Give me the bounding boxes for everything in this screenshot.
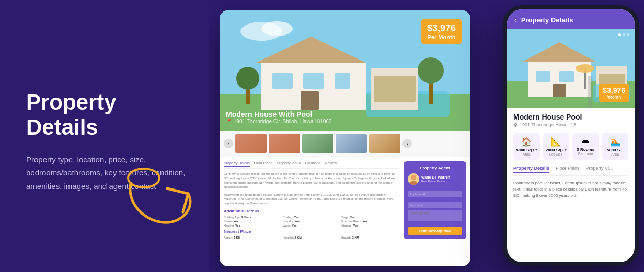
tab-property-details[interactable]: Property Details [224,161,250,167]
agent-avatar [408,173,419,185]
stat-area2-value: 5000 S... [604,148,627,152]
detail-heating: Heating: Yes [224,224,282,227]
agent-name-input[interactable] [408,191,462,197]
details-grid: Building Age: 2 Years Cooling: Yes Dogs:… [224,216,399,227]
desktop-address: 📍 1901 Thornridge Cir. Shiloh, Hawaii 81… [226,119,332,124]
stat-area-value: 5000 Sq Ft [515,148,538,152]
body-text-2: discovered the undoubtable source. Lorem… [224,193,399,206]
desktop-house-title: Modern House With Pool [226,110,332,119]
mobile-address-text: 1901 Thornridge,Hawaii 13 [520,122,576,127]
stat-area2: 🏊 5000 S... Area [602,133,629,160]
back-button[interactable]: ‹ [514,16,517,24]
desktop-price: $3,976 [427,23,456,34]
mobile-description: Contrary to popular belief, Lorem Ipsum … [513,180,628,199]
hero-dot-3 [627,33,629,36]
content-left: Property Details Floor Plans Property Vi… [224,161,399,266]
detail-sewer: Sewer: Yes [224,220,282,223]
tab-locations[interactable]: Locations [305,161,320,167]
agent-description-input[interactable] [408,210,462,221]
lot-icon: 📐 [545,137,568,147]
nearest-place-title: Nearest Place [224,229,399,234]
detail-water: Water: Yes [283,224,341,227]
nearest-hospital: Hospital: 2 KM [283,236,341,239]
body-text-1: Contrary to popular belief, Lorem Ipsum … [224,172,399,190]
svg-rect-10 [335,73,350,89]
mobile-body: Modern House Pool 1901 Thornridge,Hawaii… [507,108,635,262]
mobile-mockup: ‹ Property Details [503,5,639,266]
desktop-hero-image: $3,976 Per Month Modern House With Pool … [220,10,470,131]
desktop-mockup: $3,976 Per Month Modern House With Pool … [220,10,470,266]
svg-rect-13 [374,76,416,102]
mobile-tab-video[interactable]: Property Vi... [586,165,613,173]
page-title: Property Details [26,90,188,140]
mobile-header-title: Property Details [521,16,573,24]
svg-point-17 [418,57,444,84]
svg-rect-8 [272,73,293,89]
mobile-screen: ‹ Property Details [507,9,635,262]
stat-lot-size: 📐 2000 Sq Ft Lot Size [543,133,570,160]
area-icon: 🏠 [515,137,538,147]
agent-details: Wade De Warren Real Estate Broker [421,175,450,183]
thumbnail-5[interactable] [369,134,400,153]
stat-bedroom-value: 5 Rooms [574,147,597,152]
agent-card-header: Property Agent [408,165,462,170]
prev-thumb-btn[interactable]: ‹ [224,139,233,148]
area2-icon: 🏊 [604,137,627,147]
stat-area: 🏠 5000 Sq Ft Area [513,133,540,160]
next-thumb-btn[interactable]: › [402,139,412,148]
agent-name: Wade De Warren [421,175,450,180]
hero-dot-1 [618,33,621,36]
detail-cooling: Cooling: Yes [283,216,341,219]
mobile-tabs: Property Details Floor Plans Property Vi… [513,165,628,176]
nearest-airport: Airport: 1 KM [224,236,282,239]
detail-building-age: Building Age: 2 Years [224,216,282,219]
mobile-hero-dots [618,33,629,36]
mobile-tab-details[interactable]: Property Details [513,165,549,173]
mobile-tab-floor[interactable]: Floor Plans [556,165,580,173]
mobile-prop-address: 1901 Thornridge,Hawaii 13 [513,122,628,127]
thumbnail-strip: ‹ › [220,131,470,157]
detail-exercise-room: Exercise Room: Yes [341,220,399,223]
send-message-button[interactable]: Send Message Now [408,227,462,235]
stat-bedroom-label: Bedroom [574,152,597,156]
tab-review[interactable]: Review [325,161,337,167]
svg-rect-11 [301,91,319,110]
desktop-content: Property Details Floor Plans Property Vi… [220,157,470,266]
svg-rect-29 [588,76,592,108]
svg-rect-25 [559,71,574,82]
mobile-period: /month [603,94,625,100]
desktop-tabs: Property Details Floor Plans Property Vi… [224,161,399,169]
svg-point-3 [261,21,293,36]
desktop-period: Per Month [427,34,456,40]
detail-laundry: Laundry: Yes [283,220,341,223]
thumbnail-2[interactable] [269,134,300,153]
stat-area2-label: Area [604,152,627,156]
svg-point-32 [576,64,594,73]
mobile-stats: 🏠 5000 Sq Ft Area 📐 2000 Sq Ft Lot Size … [513,133,628,160]
agent-sidebar: Property Agent Wade De Warren Real Estat… [404,161,466,266]
hero-dot-2 [623,33,625,36]
stat-lot-label: Lot Size [545,152,568,156]
tab-property-video[interactable]: Property Video [277,161,301,167]
mobile-price: $3,976 [603,86,625,94]
thumbnail-1[interactable] [235,134,267,153]
thumbnail-3[interactable] [302,134,334,153]
agent-email-input[interactable] [408,202,462,208]
svg-point-19 [409,181,418,185]
agent-form: Send Message Now [408,188,462,235]
desktop-hero-info: Modern House With Pool 📍 1901 Thornridge… [226,110,332,124]
svg-rect-9 [303,73,324,89]
svg-rect-24 [536,71,550,82]
svg-rect-26 [553,84,566,97]
svg-point-0 [128,169,159,187]
thumbnail-4[interactable] [336,134,367,153]
stat-bedroom: 🛏 5 Rooms Bedroom [572,133,599,160]
stat-lot-value: 2000 Sq Ft [545,148,568,152]
nearest-broach: Broach: 3 KM [341,236,399,239]
desktop-price-badge: $3,976 Per Month [421,19,462,44]
right-area: $3,976 Per Month Modern House With Pool … [209,0,644,272]
tab-floor-plans[interactable]: Floor Plans [254,161,272,167]
svg-point-18 [411,175,416,180]
mobile-header: ‹ Property Details [507,9,635,29]
arrow-decoration [115,168,199,241]
